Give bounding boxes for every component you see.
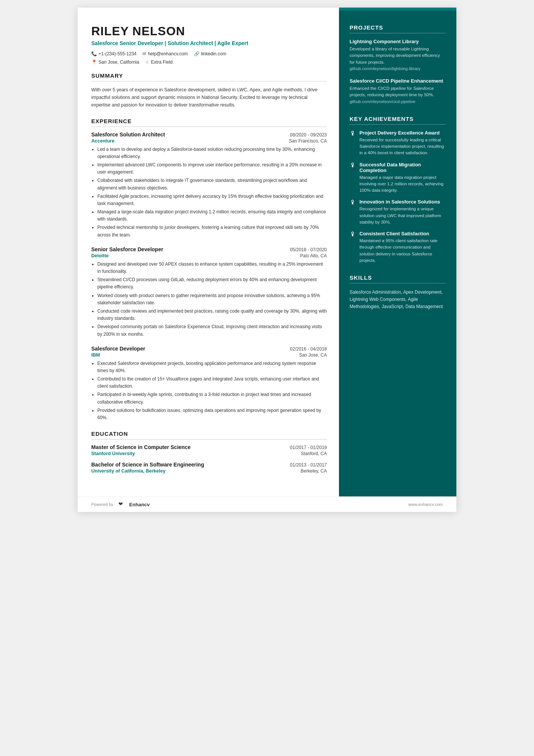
exp-bullet-1-4: Facilitated Agile practices, increasing …	[97, 193, 327, 207]
exp-bullet-1-5: Managed a large-scale data migration pro…	[97, 208, 327, 223]
skills-title: SKILLS	[350, 274, 446, 283]
exp-bullet-1-2: Implemented advanced LWC components to i…	[97, 161, 327, 176]
project-name-2: Salesforce CI/CD Pipeline Enhancement	[350, 78, 446, 84]
top-bar-right	[339, 8, 456, 11]
projects-title: PROJECTS	[350, 24, 446, 33]
email-text: help@enhancv.com	[148, 51, 187, 56]
exp-bullets-3: Executed Salesforce development projects…	[91, 360, 327, 422]
top-bar	[78, 8, 456, 11]
exp-bullet-2-2: Streamlined CI/CD processes using GitLab…	[97, 276, 327, 291]
contact-row: 📞 +1-(234)-555-1234 ✉ help@enhancv.com 🔗…	[91, 51, 327, 65]
achievement-entry-1: Project Delivery Excellence Award Receiv…	[350, 130, 446, 157]
candidate-title: Salesforce Senior Developer | Solution A…	[91, 40, 327, 47]
edu-school-1: Stanford University	[91, 451, 135, 456]
achievement-content-4: Consistent Client Satisfaction Maintaine…	[359, 231, 446, 264]
exp-bullet-3-4: Provided solutions for bulkification iss…	[97, 407, 327, 421]
edu-location-1: Stanford, CA	[301, 451, 327, 456]
achievement-content-3: Innovation in Salesforce Solutions Recog…	[359, 199, 446, 225]
achievement-content-2: Successful Data Migration Completion Man…	[359, 162, 446, 194]
extra-contact: ☆ Extra Field	[145, 59, 172, 65]
linkedin-contact: 🔗 linkedin.com	[194, 51, 226, 56]
resume-wrapper: RILEY NELSON Salesforce Senior Developer…	[78, 8, 456, 512]
experience-entry-3: Salesforce Developer 02/2016 - 04/2018 I…	[91, 346, 327, 422]
exp-bullet-3-1: Executed Salesforce development projects…	[97, 360, 327, 374]
exp-location-3: San Jose, CA	[299, 352, 327, 358]
skills-text: Salesforce Administration, Apex Developm…	[350, 289, 446, 311]
experience-title: EXPERIENCE	[91, 118, 327, 127]
exp-company-1: Accenture	[91, 138, 114, 144]
edu-degree-2: Bachelor of Science in Software Engineer…	[91, 462, 204, 468]
exp-bullet-3-2: Contributed to the creation of 15+ Visua…	[97, 376, 327, 390]
exp-location-2: Palo Alto, CA	[300, 253, 327, 258]
exp-job-title-2: Senior Salesforce Developer	[91, 246, 163, 252]
top-bar-left	[78, 8, 339, 11]
project-entry-1: Lightning Component Library Developed a …	[350, 39, 446, 72]
exp-bullet-2-1: Designed and developed over 50 APEX clas…	[97, 261, 327, 275]
linkedin-icon: 🔗	[194, 51, 200, 56]
achievement-entry-2: Successful Data Migration Completion Man…	[350, 162, 446, 194]
exp-bullet-1-6: Provided technical mentorship to junior …	[97, 224, 327, 238]
right-column: PROJECTS Lightning Component Library Dev…	[339, 11, 456, 496]
achievement-desc-2: Managed a major data migration project i…	[359, 174, 446, 194]
skills-section: SKILLS Salesforce Administration, Apex D…	[350, 274, 446, 311]
location-contact: 📍 San Jose, California	[91, 59, 139, 65]
location-text: San Jose, California	[98, 59, 139, 65]
edu-degree-1: Master of Science in Computer Science	[91, 444, 190, 450]
exp-job-title-3: Salesforce Developer	[91, 346, 145, 352]
phone-icon: 📞	[91, 51, 97, 56]
experience-entry-2: Senior Salesforce Developer 05/2018 - 07…	[91, 246, 327, 338]
edu-location-2: Berkeley, CA	[301, 468, 327, 474]
exp-bullet-1-1: Led a team to develop and deploy a Sales…	[97, 146, 327, 160]
edu-dates-2: 01/2013 - 01/2017	[290, 462, 327, 468]
exp-bullet-2-5: Developed community portals on Salesforc…	[97, 323, 327, 338]
project-desc-2: Enhanced the CI/CD pipeline for Salesfor…	[350, 85, 446, 105]
phone-text: +1-(234)-555-1234	[98, 51, 136, 56]
linkedin-text: linkedin.com	[201, 51, 226, 56]
achievements-title: KEY ACHIEVEMENTS	[350, 116, 446, 125]
left-column: RILEY NELSON Salesforce Senior Developer…	[78, 11, 339, 496]
phone-contact: 📞 +1-(234)-555-1234	[91, 51, 136, 56]
achievement-title-3: Innovation in Salesforce Solutions	[359, 199, 446, 205]
footer-brand: Enhancv	[129, 502, 150, 507]
edu-dates-1: 01/2017 - 01/2019	[290, 445, 327, 450]
project-link-1: github.com/rileynelson/lightning-library	[350, 66, 420, 71]
education-title: EDUCATION	[91, 430, 327, 440]
achievement-entry-3: Innovation in Salesforce Solutions Recog…	[350, 199, 446, 225]
exp-bullet-3-3: Participated in bi-weekly Agile sprints,…	[97, 391, 327, 405]
exp-location-1: San Francisco, CA	[289, 138, 327, 144]
summary-title: SUMMARY	[91, 72, 327, 81]
education-section: EDUCATION Master of Science in Computer …	[91, 430, 327, 474]
achievement-title-1: Project Delivery Excellence Award	[359, 130, 446, 136]
achievement-icon-1	[350, 130, 356, 138]
exp-bullet-2-4: Conducted code reviews and implemented b…	[97, 308, 327, 322]
project-desc-1: Developed a library of reusable Lightnin…	[350, 46, 446, 72]
location-icon: 📍	[91, 59, 97, 65]
achievement-desc-4: Maintained a 95% client satisfaction rat…	[359, 238, 446, 264]
project-link-2: github.com/rileynelson/cicd-pipeline	[350, 99, 415, 104]
exp-dates-3: 02/2016 - 04/2018	[290, 346, 327, 352]
exp-dates-1: 08/2020 - 09/2023	[290, 132, 327, 138]
footer: Powered by Enhancv www.enhancv.com	[78, 496, 456, 512]
extra-text: Extra Field	[151, 59, 172, 65]
achievement-desc-1: Received for successfully leading a crit…	[359, 137, 446, 157]
star-icon: ☆	[145, 59, 149, 65]
exp-bullets-1: Led a team to develop and deploy a Sales…	[91, 146, 327, 239]
summary-section: SUMMARY With over 5 years of experience …	[91, 72, 327, 109]
achievement-content-1: Project Delivery Excellence Award Receiv…	[359, 130, 446, 157]
achievement-icon-2	[350, 162, 356, 169]
experience-section: EXPERIENCE Salesforce Solution Architect…	[91, 118, 327, 422]
footer-left: Powered by Enhancv	[91, 501, 150, 507]
project-name-1: Lightning Component Library	[350, 39, 446, 44]
edu-entry-1: Master of Science in Computer Science 01…	[91, 444, 327, 456]
achievement-icon-3	[350, 199, 356, 207]
projects-section: PROJECTS Lightning Component Library Dev…	[350, 24, 446, 105]
project-entry-2: Salesforce CI/CD Pipeline Enhancement En…	[350, 78, 446, 105]
achievement-title-2: Successful Data Migration Completion	[359, 162, 446, 173]
achievements-section: KEY ACHIEVEMENTS Project Delivery Excell…	[350, 116, 446, 264]
achievement-icon-4	[350, 231, 356, 238]
enhancv-heart-icon	[118, 501, 127, 507]
edu-entry-2: Bachelor of Science in Software Engineer…	[91, 462, 327, 474]
exp-bullet-1-3: Collaborated with stakeholders to integr…	[97, 177, 327, 191]
achievement-desc-3: Recognized for implementing a unique sol…	[359, 206, 446, 225]
edu-school-2: University of California, Berkeley	[91, 468, 166, 474]
